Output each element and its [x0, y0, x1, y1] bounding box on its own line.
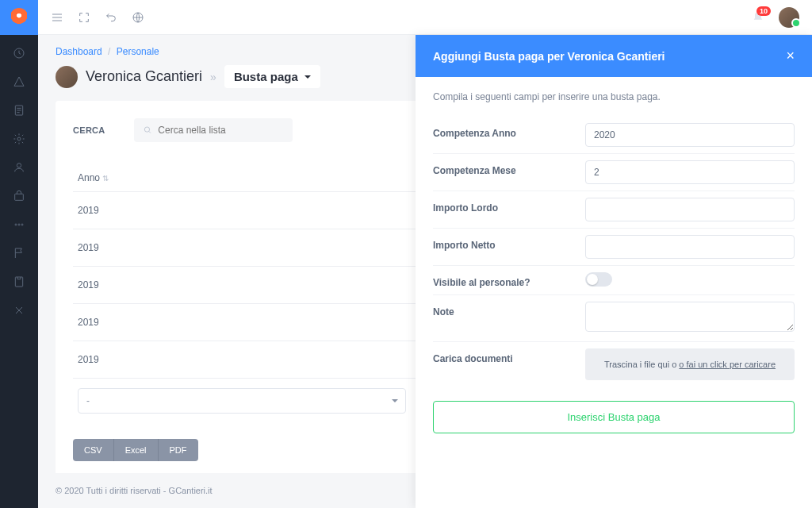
svg-point-7 [21, 224, 23, 225]
drawer-title: Aggiungi Busta paga per Veronica Gcantie… [433, 50, 665, 63]
label-carica: Carica documenti [433, 348, 576, 364]
export-pdf[interactable]: PDF [158, 439, 198, 461]
notifications-icon[interactable]: 10 [752, 11, 764, 24]
page-title: Veronica Gcantieri [86, 68, 202, 85]
notification-badge: 10 [756, 6, 771, 16]
upload-dropzone[interactable]: Trascina i file qui o o fai un click per… [585, 348, 795, 380]
undo-icon[interactable] [105, 11, 117, 24]
search-label: CERCA [73, 125, 105, 135]
dots-icon[interactable] [12, 217, 26, 232]
file-icon[interactable] [12, 275, 26, 289]
search-box[interactable] [134, 118, 293, 142]
svg-point-2 [17, 137, 21, 140]
svg-point-5 [15, 224, 17, 225]
svg-rect-4 [15, 194, 24, 200]
breadcrumb-personale[interactable]: Personale [117, 46, 159, 57]
sidebar [0, 0, 38, 508]
document-icon[interactable] [12, 103, 26, 117]
person-avatar [56, 66, 78, 88]
svg-point-6 [18, 224, 20, 225]
svg-point-3 [17, 164, 21, 167]
svg-point-10 [144, 127, 149, 132]
input-note[interactable] [585, 302, 795, 332]
add-drawer: Aggiungi Busta paga per Veronica Gcantie… [416, 35, 812, 508]
label-visibile: Visibile al personale? [433, 272, 576, 288]
input-netto[interactable] [585, 235, 795, 259]
user-avatar[interactable] [779, 7, 799, 28]
box-icon[interactable] [12, 189, 26, 203]
input-anno[interactable] [585, 123, 795, 147]
label-note: Note [433, 302, 576, 318]
col-anno[interactable]: Anno [73, 164, 411, 192]
tools-icon[interactable] [12, 303, 26, 318]
clock-icon[interactable] [12, 46, 26, 60]
menu-icon[interactable] [51, 11, 63, 24]
flag-icon[interactable] [12, 246, 26, 260]
label-netto: Importo Netto [433, 235, 576, 251]
logo[interactable] [0, 0, 38, 35]
svg-rect-8 [15, 277, 22, 287]
toggle-visibile[interactable] [585, 272, 612, 287]
chevron-icon: » [210, 71, 216, 83]
export-csv[interactable]: CSV [73, 439, 113, 461]
triangle-icon[interactable] [12, 75, 26, 89]
gear-icon[interactable] [12, 132, 26, 146]
section-dropdown[interactable]: Busta paga [224, 65, 320, 88]
label-lordo: Importo Lordo [433, 198, 576, 214]
globe-icon[interactable] [132, 11, 144, 24]
export-excel[interactable]: Excel [113, 439, 158, 461]
search-input[interactable] [158, 125, 282, 136]
label-anno: Competenza Anno [433, 123, 576, 139]
expand-icon[interactable] [78, 11, 90, 24]
input-lordo[interactable] [585, 198, 795, 221]
submit-button[interactable]: Inserisci Busta paga [433, 401, 795, 433]
breadcrumb-dashboard[interactable]: Dashboard [56, 46, 102, 57]
drawer-subtitle: Compila i seguenti campi per inserire un… [433, 91, 795, 102]
label-mese: Competenza Mese [433, 160, 576, 176]
filter-anno[interactable]: - [78, 388, 406, 414]
close-icon[interactable]: × [786, 48, 795, 64]
input-mese[interactable] [585, 160, 795, 184]
topbar: 10 [38, 0, 812, 35]
user-icon[interactable] [12, 160, 26, 175]
